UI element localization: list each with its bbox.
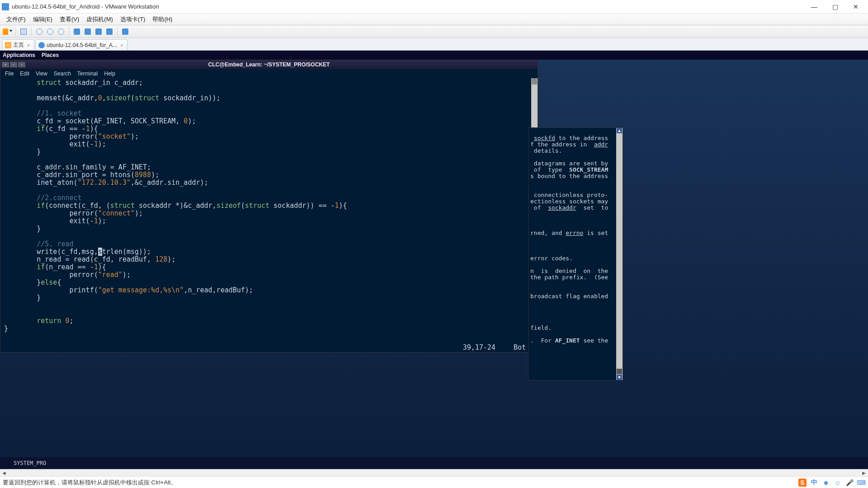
vm-display[interactable]: Applications Places × – ▫ CLC@Embed_Lear… [0,51,868,469]
tab-close-icon[interactable]: × [119,42,124,48]
fullscreen-button[interactable] [120,27,130,37]
code-comment: //5. read [37,240,73,248]
code-text: ; [70,317,74,325]
taskbar-text: SYSTEM_PRO [14,460,46,466]
code-text: sockaddr_in)); [159,94,220,102]
hint-text: 要返回到您的计算机，请将鼠标指针从虚拟机中移出或按 Ctrl+Alt。 [3,479,177,487]
code-text: (c_fd == - [45,125,85,133]
scroll-down-icon[interactable]: ▼ [617,375,622,380]
man-text: field. [530,324,552,331]
host-horizontal-scrollbar[interactable]: ◄ ► [0,469,868,476]
scroll-thumb[interactable] [532,78,537,84]
man-text: sockaddr [548,204,576,211]
term-menu-view[interactable]: View [36,70,47,77]
tab-home[interactable]: 主页 × [2,39,34,50]
tb-view-4[interactable] [104,27,114,37]
terminal-menubar: File Edit View Search Terminal Help [0,69,538,78]
code-keyword: sizeof [217,202,241,210]
term-menu-terminal[interactable]: Terminal [77,70,98,77]
gnome-applications[interactable]: Applications [3,52,35,58]
manpage-window[interactable]: sockfd to the address f the address in a… [528,127,623,380]
tb-icon-3[interactable] [56,27,66,37]
emoji-icon[interactable]: ☺ [834,479,842,487]
tb-view-1[interactable] [72,27,82,37]
terminal-title: CLC@Embed_Learn: ~/SYSTEM_PRO/SOCKET [208,61,330,68]
man-text: addr [594,141,608,148]
tab-vm[interactable]: ubuntu-12.04.5-64bit_for_A... × [35,39,127,50]
mic-icon[interactable]: 🎤 [845,479,854,487]
maximize-button[interactable]: ▢ [825,0,845,14]
code-text: perror( [70,209,98,217]
menu-file[interactable]: 文件(F) [3,14,29,25]
minimize-button[interactable]: — [804,0,825,14]
code-text: ); [98,217,106,225]
man-text: rned, and [530,230,566,236]
power-button[interactable] [3,27,13,37]
code-text: ); [98,140,106,148]
terminal-titlebar[interactable]: × – ▫ CLC@Embed_Learn: ~/SYSTEM_PRO/SOCK… [0,60,538,69]
manpage-scrollbar[interactable]: ▲ ▼ [616,128,623,380]
term-minimize-icon[interactable]: – [9,61,18,68]
scroll-left-icon[interactable]: ◄ [0,469,8,477]
vim-cursor: s [98,248,102,256]
tb-view-2[interactable] [83,27,93,37]
man-text: error codes. [530,255,573,262]
code-text: c_addr.sin_family = AF_INET; [37,163,151,171]
code-keyword: struct [110,202,135,210]
scroll-up-icon[interactable]: ▲ [617,128,622,133]
code-text: n_read = read(c_fd, readBuf, [37,255,155,263]
menu-help[interactable]: 帮助(H) [149,14,176,25]
host-titlebar: ubuntu-12.04.5-64bit_for_Android - VMwar… [0,0,868,14]
toolbar-separator [117,27,118,36]
ime-lang-icon[interactable]: 中 [810,479,818,487]
code-text: perror( [70,271,98,279]
code-text: sockaddr_in c_addr; [61,79,143,87]
code-keyword: return [37,317,65,325]
scroll-right-icon[interactable]: ► [860,469,868,477]
menu-view[interactable]: 查看(V) [56,14,83,25]
gnome-places[interactable]: Places [42,52,59,58]
ubuntu-taskbar: SYSTEM_PRO [0,457,868,469]
code-number: 8988 [135,171,151,179]
code-keyword: else [41,278,57,286]
code-text: ( [131,94,135,102]
keyboard-icon[interactable]: ⌨ [857,479,865,487]
window-title: ubuntu-12.04.5-64bit_for_Android - VMwar… [12,3,804,10]
term-maximize-icon[interactable]: ▫ [18,61,26,68]
menu-tabs[interactable]: 选项卡(T) [117,14,149,25]
code-number: 1 [335,202,339,210]
term-menu-edit[interactable]: Edit [20,70,29,77]
tb-icon-1[interactable] [34,27,44,37]
menu-vm[interactable]: 虚拟机(M) [83,14,117,25]
term-menu-search[interactable]: Search [54,70,71,77]
term-close-icon[interactable]: × [1,61,9,68]
close-button[interactable]: ✕ [845,0,866,14]
snapshot-button[interactable] [19,27,28,37]
terminal-body[interactable]: struct sockaddr_in c_addr; memset(&c_add… [0,78,531,343]
code-text: c_addr.sin_port = htons( [37,171,135,179]
code-text: ); [188,117,196,125]
term-menu-file[interactable]: File [5,70,14,77]
man-text: set to [576,204,608,211]
code-text: ); [151,171,159,179]
tb-icon-2[interactable] [45,27,55,37]
man-text: SOCK_STREAM [569,166,608,173]
code-text: printf( [70,286,98,294]
man-text: datagrams are sent by [530,160,608,167]
code-text: ,&c_addr.sin_addr); [131,178,208,187]
man-text: details. [530,147,562,154]
code-text: ){ [339,202,347,210]
menu-edit[interactable]: 编辑(E) [29,14,56,25]
tb-view-3[interactable] [94,27,104,37]
code-text: (n_read == - [45,263,94,271]
vim-location: Bot [514,343,526,352]
punctuation-icon[interactable]: ☻ [822,479,830,487]
code-number: 1 [86,125,90,133]
term-menu-help[interactable]: Help [104,70,115,77]
code-keyword: sizeof [106,94,131,102]
system-tray: S 中 ☻ ☺ 🎤 ⌨ [798,479,865,487]
code-text: ){ [98,263,106,271]
sogou-ime-icon[interactable]: S [798,479,807,487]
tab-close-icon[interactable]: × [26,42,31,48]
man-text: n is denied on the [530,267,608,274]
